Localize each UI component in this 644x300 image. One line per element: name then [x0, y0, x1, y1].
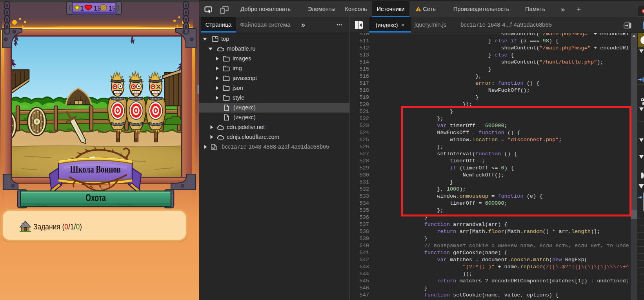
svg-text:15: 15	[109, 5, 116, 12]
svg-text:15: 15	[94, 5, 101, 12]
svg-text:1: 1	[80, 5, 84, 12]
svg-text:Охота: Охота	[86, 192, 106, 204]
svg-text:Задания (0/1/0): Задания (0/1/0)	[33, 222, 82, 231]
svg-text:Школа Воинов: Школа Воинов	[70, 164, 121, 175]
